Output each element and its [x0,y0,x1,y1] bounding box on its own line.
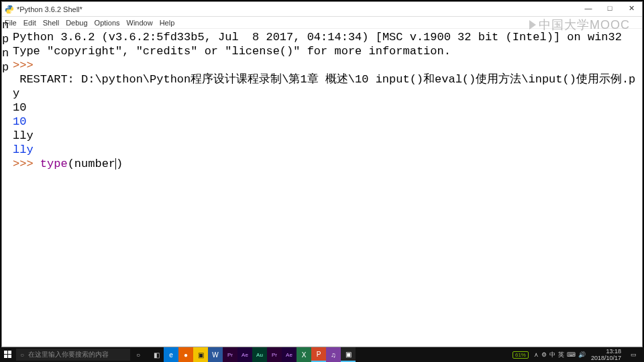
taskbar-tray: 61% ⋏⚙中英⌨🔊 13:18 2018/10/17 ▭ [513,347,644,362]
search-placeholder: 在这里输入你要搜索的内容 [28,350,109,359]
taskbar-clock[interactable]: 13:18 2018/10/17 [591,348,621,361]
shell-prompt-1: >>> [13,59,40,72]
taskbar: ○ 在这里输入你要搜索的内容 ○ ◧e●▣WPrAeAuPrAeXP♫▣ 61%… [0,347,644,362]
notifications-icon[interactable]: ▭ [625,347,641,362]
search-icon: ○ [20,351,24,359]
taskbar-app[interactable]: W [208,347,223,362]
taskbar-app[interactable]: e [164,347,178,362]
battery-indicator[interactable]: 61% [513,351,529,359]
titlebar[interactable]: *Python 3.6.2 Shell* — □ ✕ [2,2,642,17]
svg-rect-4 [4,355,7,358]
svg-point-1 [10,11,11,12]
shell-output-4: lly [13,143,34,156]
taskbar-left: ○ 在这里输入你要搜索的内容 ○ ◧e●▣WPrAeAuPrAeXP♫▣ [0,347,356,362]
taskbar-app[interactable]: Pr [223,347,237,362]
taskbar-app[interactable]: P [311,347,326,362]
shell-output-3: lly [13,129,34,142]
cortana-icon[interactable]: ○ [130,347,146,362]
menu-shell[interactable]: Shell [43,19,59,27]
taskbar-app[interactable]: ▣ [193,347,208,362]
tray-icon[interactable]: 英 [558,351,564,358]
shell-output-2: 10 [13,115,26,128]
close-button[interactable]: ✕ [621,1,642,15]
taskbar-app[interactable]: Pr [267,347,282,362]
input-paren-close: ) [116,158,123,170]
play-icon [529,20,536,29]
watermark: 中国大学MOOC [529,17,630,33]
taskbar-app[interactable]: ♫ [326,347,341,362]
svg-rect-2 [4,351,7,354]
taskbar-app[interactable]: ◧ [149,347,164,362]
minimize-button[interactable]: — [578,1,599,15]
tray-icon[interactable]: ⋏ [534,351,539,358]
taskbar-app[interactable]: Au [252,347,267,362]
tray-icons: ⋏⚙中英⌨🔊 [533,351,587,359]
tray-icon[interactable]: ⚙ [541,351,547,358]
shell-output-1: 10 [13,101,26,114]
tray-icon[interactable]: 🔊 [578,351,586,358]
shell-content[interactable]: Python 3.6.2 (v3.6.2:5fd33b5, Jul 8 2017… [2,29,642,347]
svg-rect-3 [8,351,11,354]
taskbar-app[interactable]: ▣ [341,347,356,362]
input-paren-open: ( [68,158,74,170]
tray-icon[interactable]: ⌨ [567,351,576,358]
taskbar-search[interactable]: ○ 在这里输入你要搜索的内容 [16,349,130,361]
svg-point-0 [8,6,9,7]
svg-rect-5 [8,355,11,358]
taskbar-app[interactable]: ● [178,347,193,362]
taskbar-app[interactable]: X [297,347,311,362]
clock-time: 13:18 [591,348,621,355]
input-func: type [40,158,68,170]
menu-edit[interactable]: Edit [23,19,36,27]
shell-restart-line: RESTART: D:\python\Python程序设计课程录制\第1章 概述… [13,73,635,100]
clock-date: 2018/10/17 [591,355,621,361]
window-controls: — □ ✕ [578,1,642,15]
watermark-text: 中国大学MOOC [539,17,630,33]
window-title: *Python 3.6.2 Shell* [17,5,639,13]
menu-help[interactable]: Help [160,19,175,27]
shell-prompt-2: >>> [13,158,40,170]
tray-icon[interactable]: 中 [549,351,555,358]
start-button[interactable] [0,347,16,362]
menu-options[interactable]: Options [95,19,120,27]
menu-debug[interactable]: Debug [66,19,87,27]
input-arg: number [74,158,115,170]
taskbar-app[interactable]: Ae [282,347,297,362]
python-icon [5,5,14,14]
taskbar-app[interactable]: Ae [237,347,252,362]
maximize-button[interactable]: □ [599,1,621,15]
taskbar-apps: ◧e●▣WPrAeAuPrAeXP♫▣ [149,347,356,362]
menu-window[interactable]: Window [127,19,153,27]
shell-banner-line2: Type "copyright", "credits" or "license(… [13,45,451,58]
idle-shell-window: *Python 3.6.2 Shell* — □ ✕ File Edit She… [1,1,643,347]
